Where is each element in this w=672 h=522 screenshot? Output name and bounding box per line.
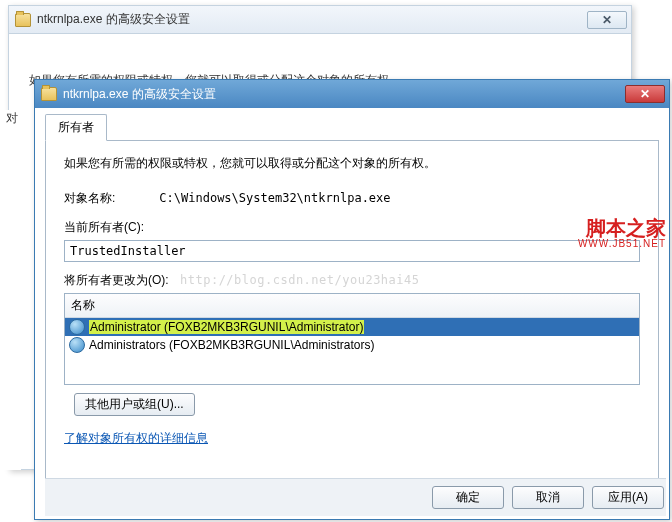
- brand-en: WWW.JB51.NET: [578, 239, 666, 250]
- folder-icon: [41, 87, 57, 101]
- object-name-value: C:\Windows\System32\ntkrnlpa.exe: [159, 191, 390, 205]
- change-owner-label: 将所有者更改为(O):: [64, 273, 169, 287]
- titlebar-front[interactable]: ntkrnlpa.exe 的高级安全设置 ✕: [35, 80, 669, 108]
- current-owner-field[interactable]: [64, 240, 640, 262]
- instruction-text: 如果您有所需的权限或特权，您就可以取得或分配这个对象的所有权。: [64, 155, 640, 172]
- list-item-label: Administrator (FOXB2MKB3RGUNIL\Administr…: [89, 320, 364, 334]
- list-item[interactable]: Administrator (FOXB2MKB3RGUNIL\Administr…: [65, 318, 639, 336]
- cancel-button[interactable]: 取消: [512, 486, 584, 509]
- window-title-front: ntkrnlpa.exe 的高级安全设置: [63, 86, 625, 103]
- window-title-back: ntkrnlpa.exe 的高级安全设置: [37, 11, 587, 28]
- brand-cn: 脚本之家: [578, 218, 666, 239]
- tab-owner[interactable]: 所有者: [45, 114, 107, 141]
- site-watermark: 脚本之家 WWW.JB51.NET: [578, 218, 666, 250]
- user-icon: [69, 337, 85, 353]
- object-name-label: 对象名称:: [64, 190, 156, 207]
- back-left-fragment: 对: [1, 110, 21, 470]
- learn-more-link[interactable]: 了解对象所有权的详细信息: [64, 430, 208, 447]
- owner-listbox[interactable]: 名称 Administrator (FOXB2MKB3RGUNIL\Admini…: [64, 293, 640, 385]
- dialog-button-bar: 确定 取消 应用(A): [45, 478, 666, 516]
- tabstrip: 所有者: [45, 113, 669, 140]
- other-users-button[interactable]: 其他用户或组(U)...: [74, 393, 195, 416]
- close-button[interactable]: ✕: [625, 85, 665, 103]
- list-header-name[interactable]: 名称: [65, 294, 639, 318]
- owner-tab-panel: 如果您有所需的权限或特权，您就可以取得或分配这个对象的所有权。 对象名称: C:…: [45, 140, 659, 495]
- apply-button[interactable]: 应用(A): [592, 486, 664, 509]
- close-icon[interactable]: ✕: [587, 11, 627, 29]
- advanced-security-window: ntkrnlpa.exe 的高级安全设置 ✕ 所有者 如果您有所需的权限或特权，…: [34, 79, 670, 520]
- list-item[interactable]: Administrators (FOXB2MKB3RGUNIL\Administ…: [65, 336, 639, 354]
- current-owner-label: 当前所有者(C):: [64, 220, 144, 234]
- list-item-label: Administrators (FOXB2MKB3RGUNIL\Administ…: [89, 338, 374, 352]
- folder-icon: [15, 13, 31, 27]
- ok-button[interactable]: 确定: [432, 486, 504, 509]
- titlebar-back: ntkrnlpa.exe 的高级安全设置 ✕: [9, 6, 631, 34]
- user-icon: [69, 319, 85, 335]
- watermark-url: http://blog.csdn.net/you23hai45: [180, 273, 419, 287]
